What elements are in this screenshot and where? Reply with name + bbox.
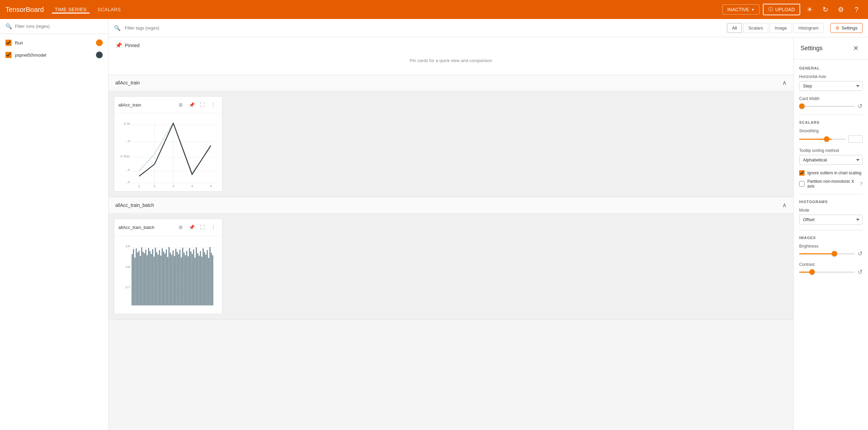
svg-rect-82	[212, 255, 213, 306]
svg-rect-44	[160, 256, 161, 306]
brightness-reset-btn[interactable]: ↺	[857, 251, 863, 257]
settings-icon-btn[interactable]: ⚙	[835, 3, 847, 16]
svg-text:1: 1	[138, 184, 140, 188]
ignore-outliers-checkbox[interactable]	[799, 170, 805, 176]
svg-rect-27	[137, 253, 138, 306]
tab-scalars[interactable]: Scalars	[743, 23, 768, 33]
contrast-reset-btn[interactable]: ↺	[857, 269, 863, 275]
partition-label[interactable]: Partition non-monotonic X axis	[807, 179, 856, 189]
settings-field-contrast: Contrast ↺	[799, 262, 863, 275]
sidebar-search-input[interactable]	[15, 24, 103, 29]
card-width-slider[interactable]	[799, 106, 855, 107]
chart-expand-small-btn[interactable]: ⊞	[176, 100, 185, 110]
contrast-slider[interactable]	[799, 272, 855, 273]
run-checkbox-run[interactable]	[5, 40, 12, 46]
settings-checkbox-row-ignore-outliers: Ignore outliers in chart scaling	[799, 170, 863, 176]
settings-close-btn[interactable]: ✕	[850, 43, 861, 54]
collapse-btn-allAcc-train[interactable]: ∧	[782, 79, 787, 86]
upload-btn[interactable]: ⓘ UPLOAD	[763, 4, 800, 15]
svg-rect-61	[183, 253, 184, 306]
main-filter-input[interactable]	[125, 25, 422, 31]
run-label-run: Run	[15, 40, 93, 45]
settings-divider-3	[799, 230, 863, 230]
smoothing-slider-row: 0.6	[799, 135, 863, 143]
svg-rect-73	[200, 251, 201, 306]
metric-label-allAcc-train: allAcc_train	[115, 80, 782, 85]
svg-text:0.9: 0.9	[126, 245, 130, 248]
run-item-run[interactable]: Run	[0, 37, 108, 49]
nav-time-series[interactable]: TIME SERIES	[52, 5, 89, 14]
upload-circle-icon: ⓘ	[768, 6, 773, 13]
svg-text:...0: ...0	[126, 168, 130, 172]
chart-more-btn[interactable]: ⋮	[209, 100, 218, 110]
settings-select-tooltip-sort[interactable]: Alphabetical Ascending Descending None	[799, 155, 863, 165]
nav-scalars[interactable]: SCALARS	[95, 5, 124, 14]
chart-actions-allAcc-train: ⊞ 📌 ⛶ ⋮	[176, 100, 218, 110]
svg-text:...0: ...0	[126, 139, 130, 143]
svg-text:5: 5	[210, 184, 212, 188]
chart-card-allAcc-train: allAcc_train ⊞ 📌 ⛶ ⋮	[114, 96, 222, 192]
chart-actions-allAcc-train-batch: ⊞ 📌 ⛶ ⋮	[176, 222, 218, 232]
chart-more-btn-2[interactable]: ⋮	[209, 222, 218, 232]
main-layout: 🔍 Run pspnet50\model 🔍 All Scala	[0, 19, 868, 430]
settings-section-scalars-title: SCALARS	[799, 120, 863, 124]
refresh-icon-btn[interactable]: ↻	[819, 3, 831, 16]
theme-icon-btn[interactable]: ☀	[804, 3, 816, 16]
brightness-slider-row: ↺	[799, 251, 863, 257]
settings-tab-btn[interactable]: ⚙ Settings	[830, 23, 863, 33]
card-width-reset-btn[interactable]: ↺	[857, 103, 863, 109]
svg-rect-79	[208, 258, 209, 306]
settings-select-histogram-mode[interactable]: Offset Overlay	[799, 215, 863, 224]
collapse-btn-allAcc-train-batch[interactable]: ∧	[782, 201, 787, 209]
svg-rect-43	[159, 250, 160, 306]
svg-rect-77	[205, 255, 206, 306]
tab-histogram[interactable]: Histogram	[793, 23, 824, 33]
svg-rect-69	[195, 258, 196, 306]
settings-field-horizontal-axis: Horizontal Axis Step Relative Wall	[799, 74, 863, 91]
inactive-label: INACTIVE	[727, 7, 749, 12]
svg-rect-47	[164, 254, 165, 306]
svg-rect-71	[197, 253, 198, 306]
settings-divider-2	[799, 194, 863, 194]
svg-rect-41	[156, 252, 157, 306]
settings-label-brightness: Brightness	[799, 244, 863, 249]
ignore-outliers-label[interactable]: Ignore outliers in chart scaling	[807, 171, 861, 175]
chart-fullscreen-btn-2[interactable]: ⛶	[198, 222, 207, 232]
settings-section-images-title: IMAGES	[799, 236, 863, 240]
settings-divider-1	[799, 115, 863, 115]
inactive-dropdown-btn[interactable]: INACTIVE ▼	[722, 4, 760, 15]
settings-select-horizontal-axis[interactable]: Step Relative Wall	[799, 81, 863, 91]
svg-rect-51	[170, 253, 171, 306]
svg-rect-30	[141, 247, 142, 305]
svg-rect-32	[144, 253, 145, 306]
smoothing-slider[interactable]	[799, 139, 846, 140]
top-navbar: TensorBoard TIME SERIES SCALARS INACTIVE…	[0, 0, 868, 19]
content-area: 📌 Pinned Pin cards for a quick view and …	[108, 37, 868, 430]
chart-pin-btn-2[interactable]: 📌	[187, 222, 196, 232]
metric-header-allAcc-train[interactable]: allAcc_train ∧	[108, 75, 793, 91]
partition-help-icon[interactable]: ?	[860, 181, 863, 187]
run-item-pspnet50[interactable]: pspnet50\model	[0, 49, 108, 61]
svg-rect-57	[178, 254, 179, 306]
settings-label-smoothing: Smoothing	[799, 129, 863, 133]
pinned-placeholder: Pin cards for a quick view and compariso…	[115, 51, 787, 70]
chart-expand-small-btn-2[interactable]: ⊞	[176, 222, 185, 232]
chart-fullscreen-btn[interactable]: ⛶	[198, 100, 207, 110]
smoothing-value-input[interactable]: 0.6	[848, 135, 863, 143]
run-checkbox-pspnet50[interactable]	[5, 52, 12, 58]
metric-header-allAcc-train-batch[interactable]: allAcc_train_batch ∧	[108, 197, 793, 213]
run-color-pspnet50	[96, 52, 103, 58]
svg-rect-50	[169, 247, 170, 305]
settings-label-card-width: Card Width	[799, 96, 863, 101]
topnav-right-actions: INACTIVE ▼ ⓘ UPLOAD ☀ ↻ ⚙ ?	[722, 3, 863, 16]
svg-text:...0: ...0	[126, 180, 130, 184]
help-icon-btn[interactable]: ?	[850, 3, 863, 16]
svg-text:2: 2	[154, 184, 155, 188]
tab-all[interactable]: All	[727, 23, 742, 33]
svg-rect-58	[179, 250, 180, 306]
chart-pin-btn[interactable]: 📌	[187, 100, 196, 110]
brightness-slider[interactable]	[799, 253, 855, 254]
partition-checkbox[interactable]	[799, 181, 805, 187]
settings-label-horizontal-axis: Horizontal Axis	[799, 74, 863, 79]
tab-image[interactable]: Image	[770, 23, 792, 33]
